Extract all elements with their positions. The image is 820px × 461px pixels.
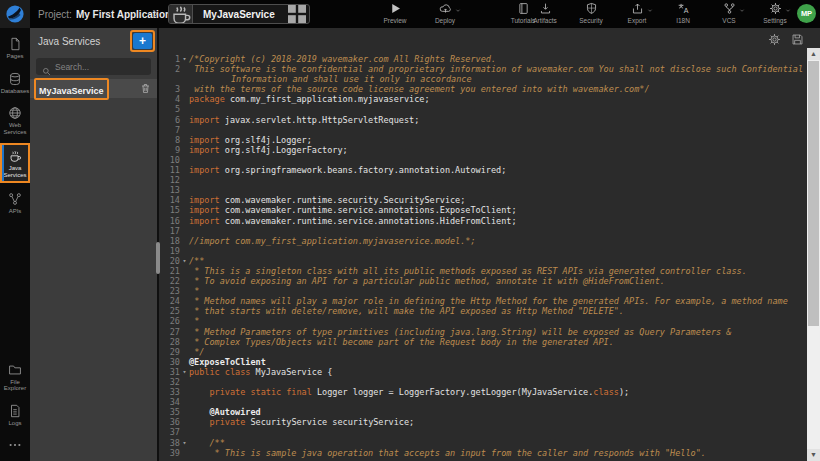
toolbar-item-security[interactable]: Security <box>574 2 608 24</box>
code-line[interactable]: 17 <box>159 226 807 236</box>
editor-scrollbar[interactable]: ▲ ▼ <box>807 48 820 461</box>
sidebar-item-logs[interactable]: Logs <box>0 400 30 430</box>
code-line[interactable]: 14import com.wavemaker.runtime.security.… <box>159 195 807 205</box>
code-line[interactable]: 32 <box>159 377 807 387</box>
code-text: import org.slf4j.Logger; <box>189 135 807 145</box>
code-line[interactable]: 9import org.slf4j.LoggerFactory; <box>159 145 807 155</box>
fold-gutter <box>180 286 189 296</box>
service-list-item[interactable]: MyJavaService <box>30 79 157 98</box>
code-line[interactable]: 25 * that starts with delete/remove, wil… <box>159 306 807 316</box>
code-line[interactable]: 15import com.wavemaker.runtime.service.a… <box>159 205 807 215</box>
search-icon <box>42 67 51 76</box>
code-line[interactable]: 3 with the terms of the source code lice… <box>159 84 807 94</box>
code-line[interactable]: 5 <box>159 104 807 114</box>
code-line[interactable]: 23 * <box>159 286 807 296</box>
code-line[interactable]: 11import org.springframework.beans.facto… <box>159 165 807 175</box>
code-text <box>189 377 807 387</box>
trash-icon[interactable] <box>140 83 151 94</box>
service-name-highlight: MyJavaService <box>34 78 109 100</box>
code-line[interactable]: 29 */ <box>159 347 807 357</box>
scrollbar-thumb[interactable] <box>808 61 819 326</box>
code-text <box>189 397 807 407</box>
sidebar-item-more[interactable] <box>0 434 30 455</box>
line-number: 8 <box>159 135 180 145</box>
code-line[interactable]: 19 <box>159 246 807 256</box>
code-line[interactable]: 24 * Method names will play a major role… <box>159 296 807 306</box>
code-line[interactable]: 10 <box>159 155 807 165</box>
scroll-up-button[interactable]: ▲ <box>807 48 820 60</box>
code-line[interactable]: 26 * <box>159 316 807 326</box>
code-line[interactable]: 22 * To avoid exposing an API for a part… <box>159 276 807 286</box>
code-editor[interactable]: 1▾/*Copyright (c) 2018-2019 wavemaker.co… <box>159 28 820 461</box>
wavemaker-logo-icon[interactable] <box>0 0 30 28</box>
fold-gutter <box>180 347 189 357</box>
service-search-input[interactable] <box>55 62 135 72</box>
code-text: * Method names will play a major role in… <box>189 296 807 306</box>
code-line[interactable]: 6import javax.servlet.http.HttpServletRe… <box>159 115 807 125</box>
line-number: 27 <box>159 327 180 337</box>
code-line[interactable]: 36 private SecurityService securityServi… <box>159 417 807 427</box>
fold-marker-icon[interactable]: ▾ <box>180 438 189 448</box>
code-line[interactable]: 1▾/*Copyright (c) 2018-2019 wavemaker.co… <box>159 54 807 64</box>
code-area[interactable]: 1▾/*Copyright (c) 2018-2019 wavemaker.co… <box>159 54 807 461</box>
sidebar-item-apis[interactable]: APIs <box>0 188 30 218</box>
line-number: 39 <box>159 448 180 458</box>
code-line[interactable]: 33 private static final Logger logger = … <box>159 387 807 397</box>
code-text <box>189 125 807 135</box>
fold-marker-icon[interactable]: ▾ <box>180 367 189 377</box>
toolbar-item-preview[interactable]: Preview <box>378 2 412 24</box>
user-avatar[interactable]: MP <box>797 4 816 23</box>
code-line[interactable]: 31▾public class MyJavaService { <box>159 367 807 377</box>
code-line[interactable]: 2 This software is the confidential and … <box>159 64 807 84</box>
code-line[interactable]: 12 <box>159 175 807 185</box>
sidebar-item-label: APIs <box>9 208 22 215</box>
sidebar-item-file-explorer[interactable]: File Explorer <box>0 359 30 395</box>
editor-actions <box>768 32 804 50</box>
sidebar-item-web-services[interactable]: Web Services <box>0 102 30 138</box>
fold-marker-icon[interactable]: ▾ <box>180 256 189 266</box>
line-number: 34 <box>159 397 180 407</box>
save-button[interactable] <box>791 32 804 50</box>
code-line[interactable]: 38▾ /** <box>159 438 807 448</box>
code-text <box>189 226 807 236</box>
code-line[interactable]: 34 <box>159 397 807 407</box>
panel-resize-handle[interactable] <box>156 242 160 274</box>
toolbar-item-i18n[interactable]: AI18N <box>666 2 700 24</box>
add-service-button[interactable]: + <box>133 33 152 49</box>
fold-marker-icon[interactable]: ▾ <box>180 54 189 64</box>
code-line[interactable]: 13 <box>159 185 807 195</box>
sidebar-item-pages[interactable]: Pages <box>0 33 30 63</box>
code-text: This software is the confidential and pr… <box>189 64 807 84</box>
sidebar-item-databases[interactable]: Databases <box>0 68 30 98</box>
service-search-box[interactable] <box>36 58 151 75</box>
code-line[interactable]: 27 * Method Parameters of type primitive… <box>159 327 807 337</box>
code-text: import com.wavemaker.runtime.service.ann… <box>189 205 807 215</box>
code-line[interactable]: 21 * This is a singleton class with all … <box>159 266 807 276</box>
toolbar-item-deploy[interactable]: Deploy <box>428 2 462 24</box>
toolbar-item-settings[interactable]: Settings <box>758 2 792 24</box>
code-line[interactable]: 28 * Complex Types/Objects will become p… <box>159 337 807 347</box>
code-line[interactable]: 39 * This is sample java operation that … <box>159 448 807 458</box>
code-line[interactable]: 18//import com.my_first_application.myja… <box>159 236 807 246</box>
toolbar-item-export[interactable]: Export <box>620 2 654 24</box>
code-line[interactable]: 20▾/** <box>159 256 807 266</box>
globe-icon <box>8 106 22 120</box>
code-line[interactable]: 16import com.wavemaker.runtime.service.a… <box>159 216 807 226</box>
code-line[interactable]: 35 @Autowired <box>159 407 807 417</box>
search-icon <box>42 62 51 71</box>
editor-settings-button[interactable] <box>768 32 781 50</box>
line-number: 14 <box>159 195 180 205</box>
sidebar-item-java-services[interactable]: Java Services <box>0 143 30 183</box>
grid-icon[interactable] <box>285 5 309 23</box>
toolbar-item-artifacts[interactable]: Artifacts <box>528 2 562 24</box>
code-line[interactable]: 30@ExposeToClient <box>159 357 807 367</box>
line-number: 18 <box>159 236 180 246</box>
code-line[interactable]: 8import org.slf4j.Logger; <box>159 135 807 145</box>
toolbar-item-vcs[interactable]: VCS <box>712 2 746 24</box>
code-line[interactable]: 4package com.my_first_application.myjava… <box>159 94 807 104</box>
code-line[interactable]: 37 <box>159 427 807 437</box>
scroll-down-button[interactable]: ▼ <box>807 449 820 461</box>
open-service-tab[interactable]: MyJavaService <box>168 4 310 24</box>
java-services-panel: Java Services + MyJavaService <box>30 28 157 461</box>
code-line[interactable]: 7 <box>159 125 807 135</box>
